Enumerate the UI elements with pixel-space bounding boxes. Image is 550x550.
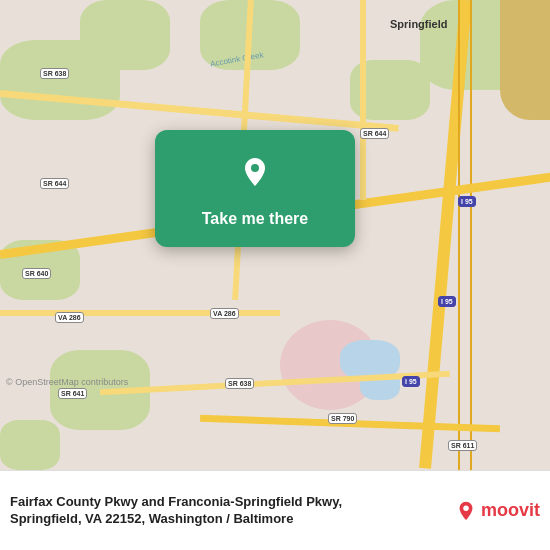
shield-sr790: SR 790 — [328, 413, 357, 424]
shield-i95-3: I 95 — [402, 376, 420, 387]
location-line2: Springfield, VA 22152, Washington / Balt… — [10, 511, 293, 526]
shield-va286-left: VA 286 — [55, 312, 84, 323]
svg-point-2 — [463, 505, 469, 511]
bottom-bar: Fairfax County Pkwy and Franconia-Spring… — [0, 470, 550, 550]
moovit-label: moovit — [481, 500, 540, 521]
shield-i95-2: I 95 — [438, 296, 456, 307]
highway-i95-line — [458, 0, 460, 470]
location-line1: Fairfax County Pkwy and Franconia-Spring… — [10, 494, 342, 509]
shield-sr644-right: SR 644 — [360, 128, 389, 139]
shield-sr640: SR 640 — [22, 268, 51, 279]
road-vertical-2 — [360, 0, 366, 200]
shield-sr644-left: SR 644 — [40, 178, 69, 189]
location-name: Fairfax County Pkwy and Franconia-Spring… — [10, 494, 445, 528]
location-info: Fairfax County Pkwy and Franconia-Spring… — [10, 494, 445, 528]
interchange — [500, 0, 550, 120]
shield-sr611: SR 611 — [448, 440, 477, 451]
location-pin-icon — [233, 150, 277, 194]
place-label: Springfield — [390, 18, 447, 30]
copyright-text: © OpenStreetMap contributors — [6, 377, 128, 387]
terrain-patch — [0, 420, 60, 470]
terrain-patch — [80, 0, 170, 70]
shield-i95-1: I 95 — [458, 196, 476, 207]
shield-sr638-2: SR 638 — [225, 378, 254, 389]
take-me-there-button[interactable]: Take me there — [194, 206, 316, 232]
shield-sr641: SR 641 — [58, 388, 87, 399]
shield-sr638-1: SR 638 — [40, 68, 69, 79]
moovit-logo: moovit — [455, 500, 540, 522]
popup-card: Take me there — [155, 130, 355, 247]
svg-point-1 — [251, 164, 259, 172]
moovit-pin-icon — [455, 500, 477, 522]
highway-i95-line2 — [470, 0, 472, 470]
shield-va286-right: VA 286 — [210, 308, 239, 319]
map-container: Accotink Creek Springfield SR 638 SR 644… — [0, 0, 550, 470]
